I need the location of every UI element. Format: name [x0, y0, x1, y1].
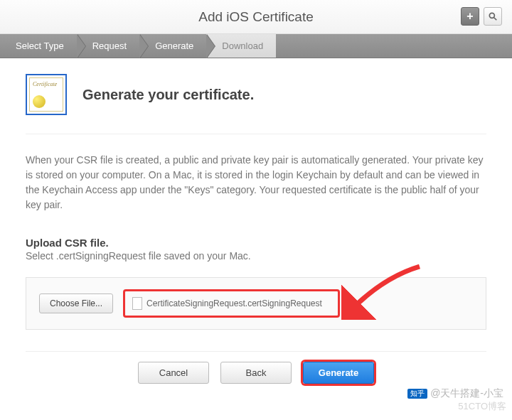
watermark-zhihu: 知乎 @天牛搭建-小宝: [407, 387, 503, 400]
search-icon: [488, 11, 498, 21]
certificate-icon: Certificate: [26, 74, 67, 115]
file-icon: [132, 297, 142, 310]
step-label: Generate: [155, 41, 193, 51]
svg-point-0: [489, 13, 494, 18]
upload-section-subtitle: Select .certSigningRequest file saved on…: [26, 250, 486, 262]
main-heading: Generate your certificate.: [82, 87, 254, 103]
selected-filename: CertificateSigningRequest.certSigningReq…: [146, 298, 322, 308]
search-button[interactable]: [484, 7, 502, 26]
heading-row: Certificate Generate your certificate.: [26, 74, 486, 134]
generate-button[interactable]: Generate: [303, 362, 374, 384]
svg-line-1: [494, 18, 497, 21]
zhihu-logo-icon: 知乎: [407, 389, 427, 399]
step-label: Request: [92, 41, 127, 51]
upload-section-title: Upload CSR file.: [26, 237, 486, 249]
step-generate[interactable]: Generate: [139, 34, 206, 58]
step-label: Download: [222, 41, 263, 51]
back-button[interactable]: Back: [220, 362, 292, 384]
watermark-author: @天牛搭建-小宝: [430, 387, 503, 400]
top-icon-group: +: [461, 7, 502, 26]
upload-box: Choose File... CertificateSigningRequest…: [26, 277, 486, 330]
certificate-icon-label: Certificate: [33, 81, 57, 87]
step-select-type[interactable]: Select Type: [0, 34, 77, 58]
step-download: Download: [206, 34, 276, 58]
description-text: When your CSR file is created, a public …: [26, 153, 486, 212]
step-breadcrumb: Select Type Request Generate Download: [0, 34, 512, 58]
step-label: Select Type: [16, 41, 64, 51]
step-request[interactable]: Request: [77, 34, 139, 58]
content-area: Certificate Generate your certificate. W…: [0, 58, 512, 384]
add-button[interactable]: +: [461, 7, 479, 26]
cancel-button[interactable]: Cancel: [138, 362, 209, 384]
footer-actions: Cancel Back Generate: [26, 351, 486, 384]
selected-file-highlight: CertificateSigningRequest.certSigningReq…: [123, 289, 340, 318]
title-bar: Add iOS Certificate +: [0, 0, 512, 34]
choose-file-button[interactable]: Choose File...: [39, 294, 113, 313]
page-title: Add iOS Certificate: [198, 9, 314, 25]
watermark-blog: 51CTO博客: [458, 400, 506, 413]
seal-icon: [33, 95, 46, 108]
